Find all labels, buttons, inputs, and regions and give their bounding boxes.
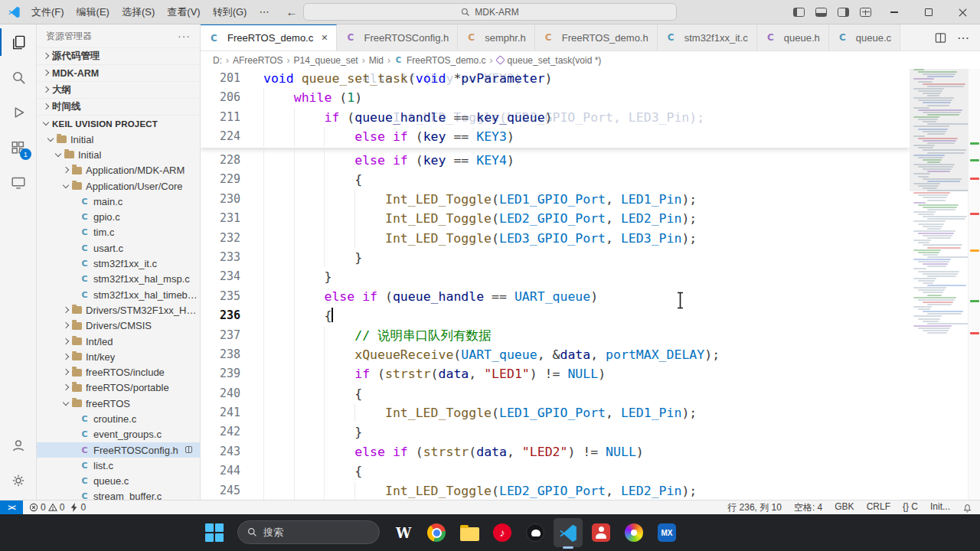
- code-line-232[interactable]: 232 Int_LED_Toggle(LED3_GPIO_Port, LED3_…: [201, 229, 910, 248]
- menu-item-4[interactable]: 转到(G): [207, 4, 253, 21]
- tree-file-usart.c[interactable]: Cusart.c: [37, 240, 200, 256]
- tree-folder-freeRTOS/include[interactable]: freeRTOS/include: [37, 364, 200, 380]
- close-icon[interactable]: ✕: [321, 33, 328, 43]
- code-line-237[interactable]: 237 // 说明串口队列有数据: [201, 326, 910, 345]
- code-line-230[interactable]: 230 Int_LED_Toggle(LED1_GPIO_Port, LED1_…: [201, 190, 910, 209]
- command-center[interactable]: MDK-ARM: [303, 3, 677, 21]
- line-number[interactable]: 243: [201, 442, 240, 461]
- tab-queue.c[interactable]: Cqueue.c: [829, 24, 900, 51]
- menu-item-0[interactable]: 文件(F): [25, 4, 70, 21]
- tree-folder-Initial[interactable]: Initial: [37, 147, 200, 162]
- settings-button[interactable]: [0, 463, 37, 498]
- toggle-panel-icon[interactable]: [815, 8, 827, 17]
- editor-more-actions-icon[interactable]: ⋯: [957, 31, 969, 45]
- line-number[interactable]: 237: [201, 326, 240, 345]
- code-line-245[interactable]: 245 Int_LED_Toggle(LED2_GPIO_Port, LED2_…: [201, 481, 910, 500]
- maximize-button[interactable]: [911, 0, 946, 24]
- tab-stm32f1xx_it.c[interactable]: Cstm32f1xx_it.c: [658, 24, 757, 51]
- code-line-235[interactable]: 235 else if (queue_handle == UART_queue): [201, 287, 910, 306]
- toggle-sidebar-icon[interactable]: [793, 8, 805, 17]
- minimize-button[interactable]: [877, 0, 911, 24]
- sidebar-section-2[interactable]: 大纲: [37, 81, 200, 98]
- bell-icon[interactable]: [962, 503, 972, 513]
- taskbar-app-mx[interactable]: MX: [652, 518, 681, 547]
- tree-folder-Initial[interactable]: Initial: [37, 132, 200, 147]
- minimap-slider[interactable]: [910, 69, 968, 191]
- taskbar-app-photos[interactable]: [619, 518, 648, 547]
- tree-file-stm32f1xx_hal_timebas...[interactable]: Cstm32f1xx_hal_timebas...: [37, 287, 200, 302]
- problems-status[interactable]: 0 0: [29, 502, 64, 513]
- tree-file-stream_buffer.c[interactable]: Cstream_buffer.c: [37, 489, 200, 500]
- code-line-228[interactable]: 228 else if (key == KEY4): [201, 151, 910, 170]
- tree-folder-freeRTOS[interactable]: freeRTOS: [37, 396, 200, 411]
- line-number[interactable]: 228: [201, 151, 240, 170]
- code-line-201[interactable]: 201void queue_set_task(void *pvParameter…: [201, 69, 910, 88]
- split-editor-icon[interactable]: [935, 32, 946, 44]
- minimap[interactable]: [910, 69, 968, 500]
- code-line-241[interactable]: 241 Int_LED_Toggle(LED1_GPIO_Port, LED1_…: [201, 403, 910, 422]
- sidebar-section-project[interactable]: KEIL UVISION PROJECT: [37, 115, 200, 132]
- line-number[interactable]: 229: [201, 170, 240, 189]
- tab-FreeRTOS_demo.c[interactable]: CFreeRTOS_demo.c✕: [201, 24, 337, 51]
- account-button[interactable]: [0, 428, 37, 463]
- tree-folder-Application/MDK-ARM[interactable]: Application/MDK-ARM: [37, 163, 200, 178]
- tree-file-croutine.c[interactable]: Ccroutine.c: [37, 411, 200, 426]
- tree-folder-Int/led[interactable]: Int/led: [37, 334, 200, 349]
- line-number[interactable]: 206: [201, 88, 240, 107]
- customize-layout-icon[interactable]: [860, 8, 871, 17]
- tree-file-queue.c[interactable]: Cqueue.c: [37, 474, 200, 489]
- status-item-0[interactable]: 行 236, 列 10: [727, 501, 782, 514]
- activity-run-debug[interactable]: [0, 95, 37, 130]
- line-number[interactable]: 211: [201, 108, 240, 127]
- breadcrumb-item-3[interactable]: Mid: [369, 55, 384, 66]
- tab-FreeRTOSConfig.h[interactable]: CFreeRTOSConfig.h: [337, 24, 458, 51]
- line-number[interactable]: 232: [201, 229, 240, 248]
- remote-indicator[interactable]: ><: [0, 500, 23, 514]
- line-number[interactable]: 233: [201, 248, 240, 267]
- tree-file-list.c[interactable]: Clist.c: [37, 458, 200, 473]
- line-number[interactable]: 234: [201, 267, 240, 286]
- line-number[interactable]: 231: [201, 209, 240, 228]
- line-number[interactable]: 242: [201, 422, 240, 442]
- tree-file-main.c[interactable]: Cmain.c: [37, 194, 200, 209]
- tree-file-gpio.c[interactable]: Cgpio.c: [37, 209, 200, 224]
- tree-file-tim.c[interactable]: Ctim.c: [37, 225, 200, 240]
- tree-folder-Application/User/Core[interactable]: Application/User/Core: [37, 178, 200, 194]
- code-line-242[interactable]: 242 }: [201, 422, 910, 442]
- taskbar-app-vscode[interactable]: [554, 518, 583, 547]
- more-actions-icon[interactable]: ···: [178, 30, 191, 42]
- line-number[interactable]: 238: [201, 345, 240, 364]
- line-number[interactable]: 239: [201, 364, 240, 383]
- tree-folder-Drivers/STM32F1xx_HAL...[interactable]: Drivers/STM32F1xx_HAL...: [37, 302, 200, 318]
- code-line-224[interactable]: 224 else if (key == KEY3): [201, 127, 910, 146]
- menu-item-3[interactable]: 查看(V): [161, 4, 206, 21]
- taskbar-app-netease-music[interactable]: ♪: [488, 518, 517, 547]
- flash-status[interactable]: 0: [70, 502, 86, 513]
- tree-folder-Drivers/CMSIS[interactable]: Drivers/CMSIS: [37, 318, 200, 334]
- sidebar-section-0[interactable]: 源代码管理: [37, 47, 200, 64]
- line-number[interactable]: 235: [201, 287, 240, 306]
- tab-semphr.h[interactable]: Csemphr.h: [458, 24, 534, 51]
- activity-remote-explorer[interactable]: [0, 165, 37, 201]
- taskbar-app-chrome[interactable]: [422, 518, 451, 547]
- activity-extensions[interactable]: 1: [0, 130, 37, 165]
- breadcrumb-item-2[interactable]: P14_queue_set: [294, 55, 358, 66]
- tab-queue.h[interactable]: Cqueue.h: [757, 24, 829, 51]
- code-line-239[interactable]: 239 if (strstr(data, "LED1") != NULL): [201, 364, 910, 383]
- tree-file-event_groups.c[interactable]: Cevent_groups.c: [37, 427, 200, 442]
- code-line-236[interactable]: 236 {: [201, 306, 910, 325]
- tree-folder-Int/key[interactable]: Int/key: [37, 349, 200, 364]
- tree-file-stm32f1xx_it.c[interactable]: Cstm32f1xx_it.c: [37, 256, 200, 271]
- code-line-231[interactable]: 231 Int_LED_Toggle(LED2_GPIO_Port, LED2_…: [201, 209, 910, 228]
- tree-folder-freeRTOS/portable[interactable]: freeRTOS/portable: [37, 380, 200, 396]
- line-number[interactable]: 201: [201, 69, 240, 88]
- menu-more-icon[interactable]: ⋯: [253, 4, 275, 21]
- taskbar-app-file-explorer[interactable]: [455, 518, 484, 547]
- code-line-233[interactable]: 233 }: [201, 248, 910, 267]
- tab-FreeRTOS_demo.h[interactable]: CFreeRTOS_demo.h: [535, 24, 658, 51]
- code-editor[interactable]: 228 else if (key == KEY4)229 {230 Int_LE…: [201, 69, 980, 500]
- nav-back-icon[interactable]: ←: [286, 5, 297, 18]
- menu-item-1[interactable]: 编辑(E): [70, 4, 116, 21]
- code-line-234[interactable]: 234 }: [201, 267, 910, 286]
- status-item-5[interactable]: Init...: [930, 501, 950, 514]
